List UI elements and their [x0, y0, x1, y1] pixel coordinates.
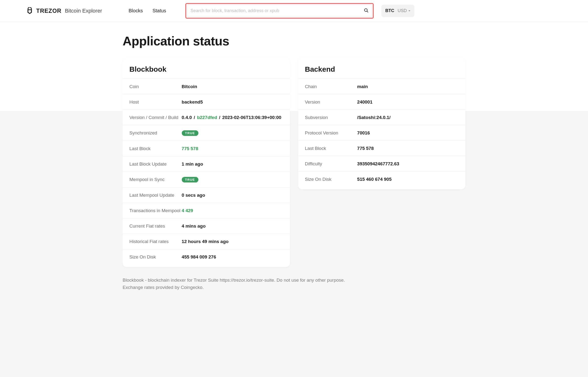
search-box: [187, 5, 372, 17]
currency-secondary-label: USD: [398, 8, 407, 13]
row-subversion: Subversion /Satoshi:24.0.1/: [298, 110, 465, 125]
search-input[interactable]: [190, 8, 364, 13]
blockbook-card: Blockbook Coin Bitcoin Host backend5 Ver…: [123, 58, 290, 267]
value-difficulty: 39350942467772.63: [357, 161, 399, 166]
label-last-block: Last Block: [129, 146, 182, 151]
footer-line2: Exchange rates provided by Coingecko.: [123, 284, 465, 291]
label-mempool-sync: Mempool in Sync: [129, 177, 182, 182]
row-current-fiat: Current Fiat rates 4 mins ago: [123, 218, 290, 234]
value-synchronized: TRUE: [182, 130, 199, 136]
value-subversion: /Satoshi:24.0.1/: [357, 115, 390, 120]
value-historical-fiat: 12 hours 49 mins ago: [182, 239, 229, 244]
backend-card: Backend Chain main Version 240001 Subver…: [298, 58, 465, 189]
label-historical-fiat: Historical Fiat rates: [129, 239, 182, 244]
nav-link-status[interactable]: Status: [153, 8, 166, 13]
currency-primary: BTC: [385, 8, 394, 13]
value-be-size-on-disk: 515 460 674 905: [357, 177, 392, 182]
row-historical-fiat: Historical Fiat rates 12 hours 49 mins a…: [123, 234, 290, 249]
label-bb-size-on-disk: Size On Disk: [129, 254, 182, 260]
label-host: Host: [129, 99, 182, 105]
row-tx-in-mempool: Transactions in Mempool 4 429: [123, 203, 290, 218]
logo-block[interactable]: TREZOR Bitcoin Explorer: [26, 7, 102, 15]
page-title: Application status: [123, 34, 465, 48]
backend-heading: Backend: [298, 65, 465, 79]
nav-link-blocks[interactable]: Blocks: [129, 8, 143, 13]
chevron-down-icon: [408, 10, 411, 12]
synchronized-badge: TRUE: [182, 130, 199, 136]
currency-secondary: USD: [398, 8, 411, 13]
label-be-version: Version: [305, 99, 357, 105]
row-be-version: Version 240001: [298, 94, 465, 110]
value-current-fiat: 4 mins ago: [182, 224, 206, 229]
value-protocol: 70016: [357, 130, 370, 136]
label-chain: Chain: [305, 84, 357, 89]
label-be-last-block: Last Block: [305, 146, 357, 151]
row-mempool-sync: Mempool in Sync TRUE: [123, 172, 290, 187]
label-be-size-on-disk: Size On Disk: [305, 177, 357, 182]
svg-line-1: [367, 11, 368, 12]
value-last-mempool-update: 0 secs ago: [182, 193, 205, 198]
value-last-block[interactable]: 775 578: [182, 146, 199, 151]
row-version: Version / Commit / Build 0.4.0 / b227dfe…: [123, 110, 290, 125]
row-protocol: Protocol Version 70016: [298, 125, 465, 141]
row-be-size-on-disk: Size On Disk 515 460 674 905: [298, 171, 465, 187]
row-host: Host backend5: [123, 94, 290, 110]
currency-selector[interactable]: BTC USD: [381, 5, 414, 17]
nav-links: Blocks Status: [129, 8, 166, 13]
label-protocol: Protocol Version: [305, 130, 357, 136]
label-subversion: Subversion: [305, 115, 357, 120]
value-tx-in-mempool[interactable]: 4 429: [182, 208, 193, 213]
trezor-logo-icon: [26, 7, 33, 15]
version-number: 0.4.0: [182, 115, 192, 120]
value-last-block-update: 1 min ago: [182, 162, 203, 167]
value-be-version: 240001: [357, 99, 372, 105]
label-last-mempool-update: Last Mempool Update: [129, 193, 182, 198]
label-current-fiat: Current Fiat rates: [129, 224, 182, 229]
header: TREZOR Bitcoin Explorer Blocks Status BT…: [0, 0, 588, 22]
row-last-block: Last Block 775 578: [123, 141, 290, 156]
footer-line1: Blockbook - blockchain indexer for Trezo…: [123, 277, 465, 284]
row-coin: Coin Bitcoin: [123, 79, 290, 94]
label-last-block-update: Last Block Update: [129, 162, 182, 167]
search-highlight-box: [185, 3, 374, 19]
value-chain: main: [357, 84, 368, 89]
row-chain: Chain main: [298, 79, 465, 94]
row-bb-size-on-disk: Size On Disk 455 984 009 276: [123, 249, 290, 265]
status-cards: Blockbook Coin Bitcoin Host backend5 Ver…: [123, 58, 465, 267]
row-last-mempool-update: Last Mempool Update 0 secs ago: [123, 187, 290, 203]
row-be-last-block: Last Block 775 578: [298, 141, 465, 156]
mempool-sync-badge: TRUE: [182, 177, 199, 182]
brand-subtitle: Bitcoin Explorer: [65, 8, 102, 14]
row-synchronized: Synchronized TRUE: [123, 125, 290, 141]
value-coin: Bitcoin: [182, 84, 197, 89]
version-build: 2023-02-06T13:06:39+00:00: [222, 115, 282, 120]
brand-name: TREZOR: [36, 8, 61, 14]
version-sep1: /: [194, 115, 195, 120]
page-body: Application status Blockbook Coin Bitcoi…: [0, 22, 588, 377]
row-difficulty: Difficulty 39350942467772.63: [298, 156, 465, 171]
value-host: backend5: [182, 99, 203, 105]
label-difficulty: Difficulty: [305, 161, 357, 166]
label-coin: Coin: [129, 84, 182, 89]
version-sep2: /: [219, 115, 220, 120]
blockbook-heading: Blockbook: [123, 65, 290, 79]
value-be-last-block: 775 578: [357, 146, 374, 151]
value-bb-size-on-disk: 455 984 009 276: [182, 254, 216, 260]
label-synchronized: Synchronized: [129, 130, 182, 136]
value-mempool-sync: TRUE: [182, 177, 199, 182]
search-icon[interactable]: [364, 8, 369, 14]
value-version: 0.4.0 / b227dfed / 2023-02-06T13:06:39+0…: [182, 115, 282, 120]
label-version: Version / Commit / Build: [129, 115, 182, 120]
version-commit[interactable]: b227dfed: [197, 115, 217, 120]
footer-note: Blockbook - blockchain indexer for Trezo…: [123, 277, 465, 291]
row-last-block-update: Last Block Update 1 min ago: [123, 156, 290, 172]
label-tx-in-mempool: Transactions in Mempool: [129, 208, 182, 213]
